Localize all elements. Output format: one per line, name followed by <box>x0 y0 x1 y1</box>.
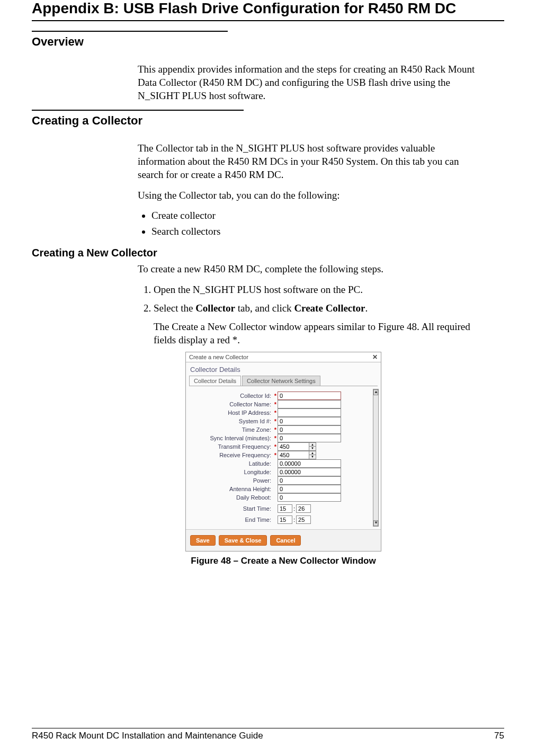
field-label: Sync Interval (minutes): <box>191 435 273 441</box>
scrollbar[interactable]: ▲ ▼ <box>373 389 379 527</box>
field-row: Host IP Address:* <box>191 408 370 417</box>
footer-page-number: 75 <box>494 731 504 741</box>
step-2-text-c: . <box>365 303 368 314</box>
time-sep: : <box>293 505 295 512</box>
field-row: Latitude:* <box>191 459 370 468</box>
creating-p1: The Collector tab in the N_SIGHT PLUS ho… <box>138 141 477 181</box>
required-star-icon: * <box>273 435 278 441</box>
dialog-body: ▲ ▼ Collector Id:*Collector Name:*Host I… <box>186 386 381 529</box>
field-row: Antenna Height:* <box>191 485 370 493</box>
field-label: Time Zone: <box>191 426 273 433</box>
close-icon[interactable]: ✕ <box>372 353 378 361</box>
field-row: Collector Name:* <box>191 400 370 408</box>
field-input[interactable] <box>278 451 309 459</box>
field-row: Collector Id:* <box>191 392 370 400</box>
field-end-time: End Time: * : <box>191 515 370 524</box>
end-time-label: End Time: <box>191 517 273 523</box>
step-2-text-b: tab, and click <box>235 303 294 314</box>
end-time-hour-input[interactable] <box>278 515 292 524</box>
required-star-icon: * <box>273 401 278 407</box>
overview-paragraph: This appendix provides information and t… <box>138 63 477 102</box>
new-collector-intro: To create a new R450 RM DC, complete the… <box>138 262 477 275</box>
create-collector-dialog: Create a new Collector ✕ Collector Detai… <box>185 352 381 552</box>
field-row: Transmit Frequency:*▲▼ <box>191 442 370 451</box>
field-label: System Id #: <box>191 418 273 424</box>
steps-list: Open the N_SIGHT PLUS host software on t… <box>138 283 477 346</box>
dialog-section-title: Collector Details <box>186 362 381 376</box>
required-star-icon: * <box>273 393 278 399</box>
required-star-icon: * <box>273 418 278 424</box>
field-input[interactable] <box>278 459 341 468</box>
required-star-indicator: * <box>233 334 238 345</box>
tab-collector-network-settings[interactable]: Collector Network Settings <box>242 376 320 386</box>
figure-caption: Figure 48 – Create a New Collector Windo… <box>143 556 424 566</box>
field-row: Sync Interval (minutes):* <box>191 434 370 442</box>
appendix-title: Appendix B: USB Flash Drive Configuratio… <box>32 0 504 17</box>
footer-doc-title: R450 Rack Mount DC Installation and Main… <box>32 731 263 741</box>
bullet-search-collectors: Search collectors <box>151 226 477 237</box>
end-time-min-input[interactable] <box>296 515 311 524</box>
field-label: Receive Frequency: <box>191 452 273 458</box>
field-label: Transmit Frequency: <box>191 443 273 450</box>
field-input[interactable] <box>278 442 309 451</box>
field-row: Receive Frequency:*▲▼ <box>191 451 370 459</box>
dialog-buttons: Save Save & Close Cancel <box>186 529 381 551</box>
dialog-titlebar: Create a new Collector ✕ <box>186 352 381 362</box>
spinner-icon[interactable]: ▲▼ <box>309 451 316 459</box>
field-input[interactable] <box>278 434 341 442</box>
required-star-icon: * <box>273 443 278 450</box>
step-2-para-a: The Create a New Collector window appear… <box>154 321 470 345</box>
creating-rule <box>32 110 244 111</box>
field-input[interactable] <box>278 468 341 476</box>
start-time-min-input[interactable] <box>296 504 311 513</box>
field-label: Power: <box>191 477 273 484</box>
field-input[interactable] <box>278 476 341 485</box>
start-time-hour-input[interactable] <box>278 504 292 513</box>
creating-p2: Using the Collector tab, you can do the … <box>138 189 477 202</box>
cancel-button[interactable]: Cancel <box>270 535 301 546</box>
step-2: Select the Collector tab, and click Crea… <box>154 301 477 346</box>
field-input[interactable] <box>278 408 341 417</box>
tab-collector-details[interactable]: Collector Details <box>189 376 241 386</box>
field-input[interactable] <box>278 417 341 425</box>
field-label: Daily Reboot: <box>191 494 273 501</box>
step-2-text-a: Select the <box>154 303 195 314</box>
creating-heading: Creating a Collector <box>32 114 504 128</box>
field-input[interactable] <box>278 400 341 408</box>
step-2-para: The Create a New Collector window appear… <box>154 320 477 346</box>
field-row: Time Zone:* <box>191 425 370 434</box>
field-input[interactable] <box>278 392 341 400</box>
field-input[interactable] <box>278 425 341 434</box>
field-label: Longitude: <box>191 469 273 475</box>
creating-bullets: Create collector Search collectors <box>138 210 477 237</box>
step-1: Open the N_SIGHT PLUS host software on t… <box>154 283 477 296</box>
field-row: Longitude:* <box>191 468 370 476</box>
field-label: Collector Name: <box>191 401 273 407</box>
bullet-create-collector: Create collector <box>151 210 477 221</box>
dialog-title-text: Create a new Collector <box>189 354 248 360</box>
field-start-time: Start Time: * : <box>191 504 370 513</box>
title-rule <box>32 20 504 21</box>
scroll-up-icon[interactable]: ▲ <box>373 389 378 395</box>
save-button[interactable]: Save <box>190 535 216 546</box>
required-star-icon: * <box>273 410 278 416</box>
overview-heading: Overview <box>32 35 504 49</box>
field-input[interactable] <box>278 493 341 502</box>
save-close-button[interactable]: Save & Close <box>219 535 267 546</box>
step-2-para-b: . <box>237 334 240 345</box>
field-label: Latitude: <box>191 460 273 467</box>
scroll-down-icon[interactable]: ▼ <box>373 520 378 526</box>
page-footer: R450 Rack Mount DC Installation and Main… <box>32 728 504 741</box>
spinner-icon[interactable]: ▲▼ <box>309 442 316 451</box>
field-label: Antenna Height: <box>191 486 273 492</box>
start-time-label: Start Time: <box>191 505 273 512</box>
required-star-icon: * <box>273 426 278 433</box>
overview-rule <box>32 31 228 32</box>
field-row: Power:* <box>191 476 370 485</box>
field-label: Host IP Address: <box>191 410 273 416</box>
required-star-icon: * <box>273 452 278 458</box>
new-collector-heading: Creating a New Collector <box>32 247 504 259</box>
field-input[interactable] <box>278 485 341 493</box>
field-label: Collector Id: <box>191 393 273 399</box>
time-sep: : <box>293 517 295 523</box>
